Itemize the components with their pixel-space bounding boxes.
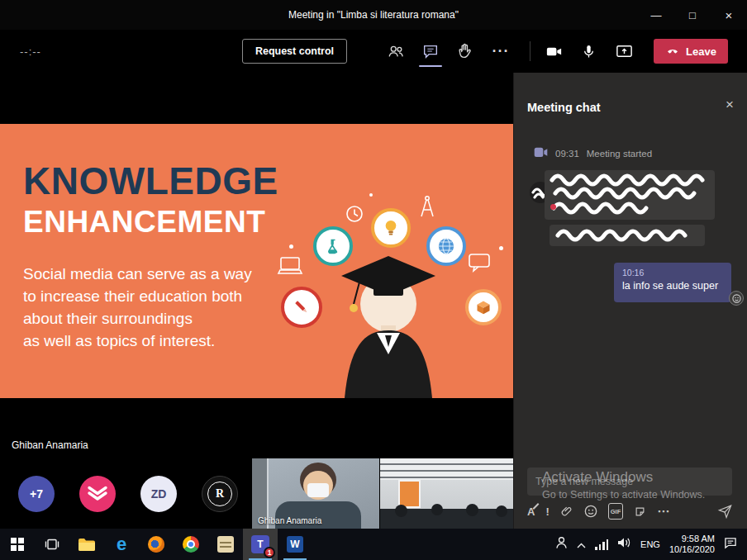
send-message-icon[interactable] [717,503,733,522]
meeting-started-event: 09:31 Meeting started [534,147,652,159]
minimize-button[interactable]: — [638,0,674,30]
camera-toggle-button[interactable] [540,37,568,65]
file-explorer-icon[interactable] [69,529,104,560]
request-control-button[interactable]: Request control [242,39,347,64]
slide-body-line: to increase their education both [23,285,288,307]
pencil-icon [281,287,322,328]
student-head [466,504,478,516]
ceiling [380,458,513,480]
redaction-scribble [547,172,712,218]
video-participant-name: Ghiban Anamaria [258,516,321,525]
taskbar-clock[interactable]: 9:58 AM 10/16/2020 [669,534,715,555]
slide-body-line: as well as topics of interest. [23,330,288,352]
redaction-scribble [553,226,702,244]
compose-more-icon[interactable]: ⋯ [657,503,669,520]
window-title-bar: Meeting in "Limba si literatura romana" … [0,0,747,30]
chat-message-input[interactable] [527,467,732,496]
toolbar-divider [530,41,531,61]
overflow-count: +7 [30,487,43,501]
r-monogram-icon: R [207,482,232,506]
r-letter: R [216,487,224,501]
taskbar-time: 9:58 AM [669,534,715,544]
leave-meeting-button[interactable]: Leave [654,39,728,64]
participant-r-logo-avatar[interactable]: R [202,476,238,512]
toggle-chat-button[interactable] [416,37,445,65]
close-chat-icon[interactable]: × [726,97,734,113]
priority-icon[interactable]: ! [545,503,549,520]
close-button[interactable]: × [711,0,747,30]
show-hidden-icons-chevron[interactable] [577,537,586,552]
cube-icon [465,289,502,325]
meeting-chat-panel: Meeting chat × 09:31 Meeting started [513,73,747,529]
volume-icon[interactable] [617,537,631,552]
graduate-figure [326,244,450,398]
laptop-icon [276,256,304,279]
slide-body-line: Social media can serve as a way [23,263,288,285]
attach-icon[interactable] [560,503,573,520]
sent-message-bubble: 10:16 la info se aude super [614,263,731,302]
system-tray: ENG 9:58 AM 10/16/2020 [555,529,747,560]
firefox-browser-icon[interactable] [139,529,174,560]
maximize-button[interactable]: □ [674,0,711,30]
windows-logo-icon [11,538,24,551]
redacted-message-bubble [545,170,715,220]
lightbulb-icon [371,208,411,248]
raise-hand-button[interactable] [451,37,479,65]
format-icon[interactable]: A [527,503,535,520]
window-title: Meeting in "Limba si literatura romana" [0,0,747,30]
word-letter: W [290,539,299,550]
emoji-icon[interactable] [584,503,597,520]
student-head [395,505,407,517]
share-screen-button[interactable] [610,37,638,65]
meeting-stage: KNOWLEDGE ENHANCEMENT Social media can s… [0,73,513,529]
teams-letter: T [257,539,263,550]
slide-body-line: about their surroundings [23,307,288,330]
emoji-reaction-icon[interactable] [729,291,744,306]
notes-app-icon[interactable] [208,529,243,560]
clock-icon [345,205,364,226]
chevron-logo-icon [87,485,108,504]
overflow-participants-avatar[interactable]: +7 [18,476,55,512]
edge-browser-icon[interactable]: e [104,529,139,560]
slide-title-line2: ENHANCEMENT [23,205,265,240]
message-text: la info se aude super [622,280,723,292]
participant-video-classroom[interactable] [380,458,513,529]
teams-app-icon[interactable]: T 1 [243,529,278,560]
compose-toolbar: A ! GIF ⋯ [527,503,669,520]
priority-glyph: ! [545,505,549,518]
decorative-dot [369,193,373,197]
participant-video-ghiban[interactable]: Ghiban Anamaria [252,458,379,529]
people-tray-icon[interactable] [555,536,568,553]
edge-letter: e [117,536,126,553]
participant-initials-avatar[interactable]: ZD [140,476,177,512]
task-view-button[interactable] [35,529,69,560]
start-button[interactable] [0,529,35,560]
more-actions-button[interactable]: ··· [487,37,515,65]
compose-more-glyph: ⋯ [657,504,669,519]
chrome-browser-icon[interactable] [174,529,208,560]
teams-notification-badge: 1 [264,547,275,558]
gif-icon[interactable]: GIF [608,503,624,520]
camera-event-icon [534,147,548,159]
shared-presentation-slide: KNOWLEDGE ENHANCEMENT Social media can s… [0,124,513,398]
event-time: 09:31 [555,149,579,159]
student-head [431,504,443,515]
decorative-dot [289,244,293,249]
action-center-icon[interactable] [724,537,737,553]
redacted-emoji-dot [550,204,556,210]
mic-toggle-button[interactable] [574,37,602,65]
show-participants-button[interactable] [382,37,410,65]
sticker-icon[interactable] [634,503,646,520]
network-signal-icon[interactable] [595,539,608,550]
gif-label: GIF [611,508,621,515]
speech-bubble-icon [468,253,491,276]
participant-logo-avatar[interactable] [79,476,116,512]
decorative-dot [499,246,503,250]
word-app-icon[interactable]: W [278,529,312,560]
chat-selected-underline [419,65,442,67]
keyboard-language[interactable]: ENG [640,539,660,549]
face-mask [307,483,329,497]
event-text: Meeting started [587,149,652,159]
meeting-timer: --:-- [20,45,41,58]
chat-panel-title: Meeting chat [527,101,601,114]
